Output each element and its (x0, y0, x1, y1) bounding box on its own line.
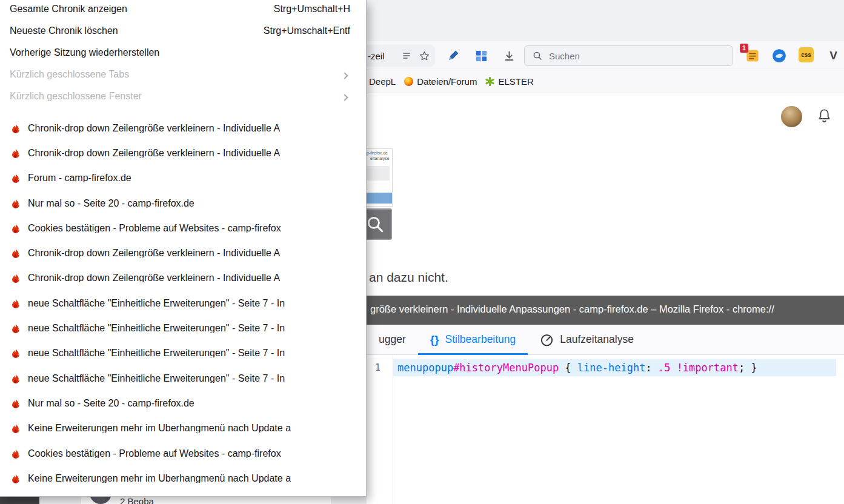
screen: -zeil Suchen 1 (0, 0, 844, 504)
menu-item-label: Kürzlich geschlossene Tabs (10, 70, 129, 79)
history-item-label: Cookies bestätigen - Probleme auf Websit… (28, 449, 281, 458)
blue-grid-extension-icon[interactable] (472, 47, 490, 65)
bookmark-favicon (404, 77, 413, 86)
css-rule-line[interactable]: menupopup #historyMenuPopup { line-heigh… (393, 359, 836, 376)
bookmark-item[interactable]: Dateien/Forum (404, 76, 477, 87)
toolbox-window-title: größe verkleinern - Individuelle Anpassu… (370, 303, 774, 315)
code-token: line-height (577, 362, 646, 374)
flame-favicon-icon (11, 399, 21, 408)
history-item-label: neue Schaltfläche "Einheitliche Erweiter… (28, 299, 285, 308)
gauge-icon (540, 333, 554, 346)
notifications-bell-icon[interactable] (815, 107, 833, 125)
url-bar[interactable]: -zeil (362, 45, 435, 67)
flame-favicon-icon (11, 474, 21, 483)
bookmark-star-icon[interactable] (419, 51, 430, 61)
history-item-label: neue Schaltfläche "Einheitliche Erweiter… (28, 324, 285, 333)
line-number: 1 (375, 362, 380, 373)
blue-globe-extension-icon[interactable] (771, 47, 787, 64)
history-menu-item[interactable]: Keine Erweiterungen mehr im Überhangmenü… (0, 416, 366, 441)
page-bottom-sliver: 2 Beoba (0, 497, 367, 504)
css-extension-label: css (801, 51, 811, 58)
history-menu-item[interactable]: neue Schaltfläche "Einheitliche Erweiter… (0, 341, 366, 366)
menu-item-shortcut: Strg+Umschalt+H (274, 5, 366, 14)
history-item-label: Keine Erweiterungen mehr im Überhangmenü… (28, 424, 291, 433)
code-token: menupopup (397, 362, 453, 374)
devtools-tab[interactable]: ugger (367, 325, 418, 354)
flame-favicon-icon (11, 273, 21, 283)
devtools-tab-label: ugger (379, 333, 406, 346)
v-extension-label: V (829, 49, 837, 62)
flame-favicon-icon (11, 348, 21, 358)
history-menu-item[interactable]: Keine Erweiterungen mehr im Überhangmenü… (0, 466, 366, 491)
menu-command-item[interactable]: Kürzlich geschlossene Fenster (0, 92, 366, 114)
extension-badge: 1 (740, 44, 748, 53)
braces-icon (430, 333, 439, 346)
gutter-divider (393, 355, 393, 504)
history-menu-item[interactable]: Nur mal so - Seite 20 - camp-firefox.de (0, 191, 366, 216)
menu-item-label: Kürzlich geschlossene Fenster (10, 92, 142, 101)
menu-item-shortcut (350, 70, 366, 79)
search-placeholder: Suchen (549, 51, 580, 61)
history-menu-commands: Gesamte Chronik anzeigen Strg+Umschalt+H… (0, 0, 366, 114)
history-menu-item[interactable]: Chronik-drop down Zeilengröße verkleiner… (0, 116, 366, 141)
history-menu-item[interactable]: Cookies bestätigen - Probleme auf Websit… (0, 441, 366, 466)
code-token: ; } (739, 362, 757, 374)
menu-command-item[interactable]: Gesamte Chronik anzeigen Strg+Umschalt+H (0, 5, 366, 27)
menu-item-label: Neueste Chronik löschen (10, 27, 118, 36)
css-extension-icon[interactable]: css (799, 47, 814, 62)
post-footer-card: 2 Beoba (81, 497, 331, 504)
devtools-tab[interactable]: Stilbearbeitung (418, 325, 528, 354)
flame-favicon-icon (11, 374, 21, 383)
user-avatar[interactable] (781, 106, 802, 127)
history-item-label: neue Schaltfläche "Einheitliche Erweiter… (28, 349, 285, 357)
history-menu-item[interactable]: Chronik-drop down Zeilengröße verkleiner… (0, 141, 366, 165)
search-icon (533, 51, 542, 61)
history-item-label: Cookies bestätigen - Probleme auf Websit… (28, 224, 281, 233)
url-text-fragment: -zeil (368, 51, 385, 61)
flame-favicon-icon (11, 323, 21, 333)
history-item-label: Chronik-drop down Zeilengröße verkleiner… (28, 124, 280, 133)
download-icon[interactable] (500, 47, 518, 65)
history-menu-item[interactable]: Chronik-drop down Zeilengröße verkleiner… (0, 240, 366, 265)
quill-pen-extension-icon[interactable] (444, 47, 462, 65)
devtools-tab[interactable]: Laufzeitanalyse (528, 325, 646, 354)
history-item-label: Nur mal so - Seite 20 - camp-firefox.de (28, 399, 194, 408)
menu-item-label: Gesamte Chronik anzeigen (10, 5, 127, 14)
menu-item-shortcut (350, 92, 366, 101)
flame-favicon-icon (11, 148, 21, 158)
history-menu-item[interactable]: Chronik-drop down Zeilengröße verkleiner… (0, 266, 366, 291)
search-input[interactable]: Suchen (524, 45, 733, 66)
menu-command-item[interactable]: Kürzlich geschlossene Tabs (0, 70, 366, 92)
menu-item-shortcut: Strg+Umschalt+Entf (264, 27, 366, 36)
menu-command-item[interactable]: Vorherige Sitzung wiederherstellen (0, 48, 366, 70)
bookmark-label: Dateien/Forum (417, 76, 477, 87)
history-menu-item[interactable]: neue Schaltfläche "Einheitliche Erweiter… (0, 366, 366, 391)
bookmark-favicon (485, 77, 494, 86)
bookmark-label: DeepL (369, 76, 396, 87)
footer-avatar[interactable] (90, 497, 111, 504)
footer-text-fragment: 2 Beoba (120, 497, 154, 504)
history-item-label: Chronik-drop down Zeilengröße verkleiner… (28, 149, 280, 158)
history-item-label: Keine Erweiterungen mehr im Überhangmenü… (28, 474, 291, 483)
submenu-chevron-icon (341, 72, 348, 79)
history-menu-item[interactable]: Nur mal so - Seite 20 - camp-firefox.de (0, 391, 366, 416)
history-menu-item[interactable]: neue Schaltfläche "Einheitliche Erweiter… (0, 316, 366, 340)
v-extension-icon[interactable]: V (825, 47, 842, 64)
notes-extension-icon[interactable]: 1 (744, 47, 760, 64)
menu-command-item[interactable]: Neueste Chronik löschen Strg+Umschalt+En… (0, 27, 366, 48)
flame-favicon-icon (11, 423, 21, 433)
post-text-fragment: an dazu nicht. (369, 270, 448, 285)
history-item-label: Chronik-drop down Zeilengröße verkleiner… (28, 274, 280, 282)
history-item-label: Forum - camp-firefox.de (28, 174, 131, 182)
bookmark-item[interactable]: ELSTER (485, 76, 533, 87)
history-entries-list: Chronik-drop down Zeilengröße verkleiner… (0, 116, 366, 491)
bookmark-label: ELSTER (498, 76, 533, 87)
history-menu-item[interactable]: neue Schaltfläche "Einheitliche Erweiter… (0, 291, 366, 316)
history-item-label: Nur mal so - Seite 20 - camp-firefox.de (28, 199, 194, 208)
dark-sidebar-strip (0, 497, 39, 504)
history-menu-item[interactable]: Forum - camp-firefox.de (0, 166, 366, 191)
reader-view-icon[interactable] (402, 51, 411, 61)
history-menu-item[interactable]: Cookies bestätigen - Probleme auf Websit… (0, 216, 366, 240)
code-token: : (645, 362, 657, 374)
flame-favicon-icon (11, 224, 21, 233)
